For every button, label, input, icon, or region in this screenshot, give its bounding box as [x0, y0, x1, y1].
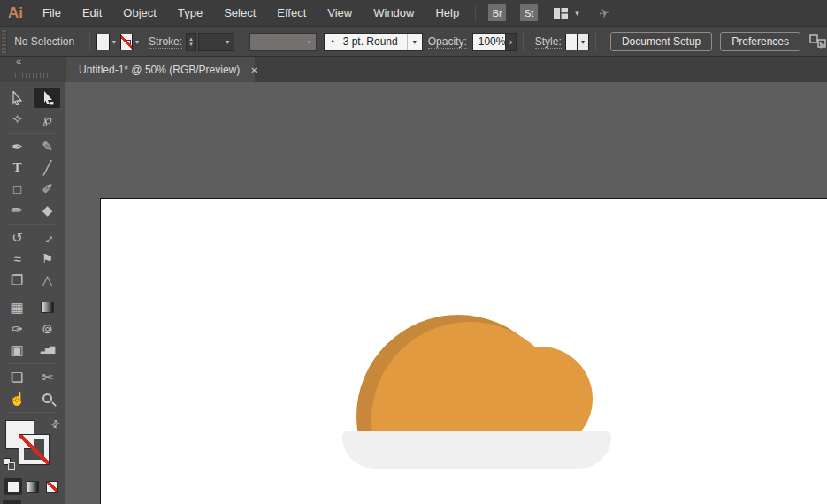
fill-color-swatch[interactable] [96, 34, 109, 50]
brush-definition-dropdown[interactable]: • 3 pt. Round ▾ [324, 33, 423, 51]
gradient-icon [27, 481, 39, 493]
slice-tool[interactable]: ✄ [34, 367, 60, 387]
fill-stroke-indicator: ⇄ [4, 420, 62, 471]
draw-behind-button[interactable] [23, 500, 42, 504]
shape-builder-tool[interactable]: ❐ [4, 270, 30, 290]
panel-grip-dots[interactable] [15, 73, 50, 78]
tool-panel-header: « [0, 57, 65, 82]
document-setup-button[interactable]: Document Setup [610, 32, 712, 51]
plate-shape[interactable] [342, 431, 611, 469]
draw-normal-button[interactable] [3, 500, 21, 504]
magnifier-icon [42, 393, 52, 403]
shaper-tool[interactable]: ✏ [4, 200, 30, 220]
draw-inside-button[interactable] [43, 500, 62, 504]
default-fill-stroke-icon[interactable] [4, 458, 15, 470]
stock-button[interactable]: St [520, 4, 538, 21]
eyedropper-tool[interactable]: ✑ [4, 318, 30, 339]
color-mode-buttons [0, 478, 65, 495]
style-swatch[interactable] [565, 34, 578, 50]
workspace-layout-icon[interactable] [554, 8, 568, 19]
swap-fill-stroke-icon[interactable]: ⇄ [49, 417, 63, 431]
none-button[interactable] [43, 478, 61, 495]
gradient-tool[interactable] [34, 297, 60, 317]
control-bar: No Selection ▾ ▾ Stroke: ▴ ▾ ▾ ▾ • 3 pt.… [0, 27, 827, 57]
artboard[interactable] [100, 198, 827, 504]
hand-tool[interactable]: ☝ [4, 388, 30, 409]
style-label[interactable]: Style: [535, 35, 562, 49]
opacity-input[interactable]: 100% [472, 33, 507, 51]
color-button[interactable] [4, 478, 22, 495]
chevron-down-icon[interactable]: ▾ [575, 9, 579, 18]
menu-window[interactable]: Window [363, 0, 425, 27]
stepper-down-icon[interactable]: ▾ [189, 42, 193, 47]
gpu-performance-icon[interactable]: ✈ [597, 4, 610, 20]
magic-wand-tool[interactable]: ✧ [4, 109, 30, 129]
menu-edit[interactable]: Edit [72, 0, 112, 27]
mesh-tool[interactable]: ▦ [4, 297, 30, 317]
opacity-arrow-button[interactable]: › [506, 33, 516, 51]
direct-selection-tool[interactable] [34, 88, 60, 108]
bridge-button[interactable]: Br [488, 4, 506, 21]
chevron-down-icon[interactable]: ▾ [133, 38, 143, 46]
canvas-area[interactable] [65, 82, 827, 504]
column-graph-tool[interactable]: ▂▅▇ [34, 340, 60, 360]
preferences-button[interactable]: Preferences [720, 32, 800, 51]
document-tab[interactable]: Untitled-1* @ 50% (RGB/Preview) ✕ [66, 57, 255, 82]
divider [523, 32, 524, 51]
illustrator-window: Ai File Edit Object Type Select Effect V… [0, 0, 827, 504]
divider [7, 224, 57, 225]
puppet-warp-tool[interactable]: ⚑ [34, 248, 60, 269]
symbol-sprayer-tool[interactable]: ▣ [4, 340, 30, 360]
menu-help[interactable]: Help [425, 0, 470, 27]
default-stroke-swatch [8, 462, 15, 470]
gradient-button[interactable] [24, 478, 42, 495]
stroke-indicator-icon [126, 40, 131, 44]
chevron-down-icon: ▾ [305, 38, 316, 46]
lasso-tool[interactable]: ℘ [34, 109, 60, 129]
blend-tool[interactable]: ⊚ [34, 318, 60, 339]
artboard-tool[interactable]: ❏ [4, 367, 30, 387]
chevron-down-icon[interactable]: ▾ [407, 34, 422, 50]
stroke-color-box[interactable] [19, 435, 49, 464]
bread-shape[interactable] [337, 302, 620, 443]
paintbrush-tool[interactable]: ✐ [34, 179, 60, 199]
stroke-weight-stepper[interactable]: ▴ ▾ [186, 33, 196, 51]
stroke-color-swatch[interactable] [120, 34, 133, 50]
menu-select[interactable]: Select [213, 0, 266, 27]
app-logo: Ai [0, 4, 32, 22]
curvature-tool[interactable]: ✎ [34, 136, 60, 157]
document-tab-title: Untitled-1* @ 50% (RGB/Preview) [66, 64, 240, 76]
perspective-grid-tool[interactable]: △ [34, 270, 60, 290]
chevron-down-icon[interactable]: ▾ [578, 34, 589, 50]
menu-separator [475, 5, 476, 21]
chevron-down-icon[interactable]: ▾ [110, 38, 120, 46]
chevron-down-icon: ▾ [223, 38, 234, 46]
divider [7, 363, 57, 364]
close-tab-icon[interactable]: ✕ [250, 65, 257, 75]
width-tool[interactable]: ≈ [4, 248, 30, 269]
divider [241, 32, 241, 51]
menu-file[interactable]: File [32, 0, 72, 27]
line-segment-tool[interactable]: ╱ [34, 157, 60, 178]
eraser-tool[interactable]: ◆ [34, 200, 60, 220]
menu-object[interactable]: Object [112, 0, 167, 27]
stroke-weight-dropdown[interactable]: ▾ [198, 33, 235, 51]
width-profile-dropdown: ▾ [249, 33, 316, 51]
solid-color-icon [7, 481, 19, 493]
selection-tool[interactable] [4, 88, 30, 108]
selection-status: No Selection [14, 35, 74, 48]
arrange-objects-icon[interactable] [809, 34, 827, 50]
rectangle-tool[interactable]: □ [4, 179, 30, 199]
panel-grip-handle[interactable] [2, 30, 7, 53]
zoom-tool[interactable] [34, 388, 60, 409]
stroke-weight-label[interactable]: Stroke: [149, 35, 182, 49]
collapse-panel-icon[interactable]: « [16, 56, 21, 66]
scale-tool[interactable]: ↔ [34, 227, 60, 248]
type-tool[interactable]: T [4, 157, 30, 178]
menu-view[interactable]: View [317, 0, 363, 27]
pen-tool[interactable]: ✒ [4, 136, 30, 157]
rotate-tool[interactable]: ↺ [4, 227, 30, 248]
menu-type[interactable]: Type [167, 0, 213, 27]
opacity-label[interactable]: Opacity: [428, 35, 467, 49]
menu-effect[interactable]: Effect [266, 0, 317, 27]
